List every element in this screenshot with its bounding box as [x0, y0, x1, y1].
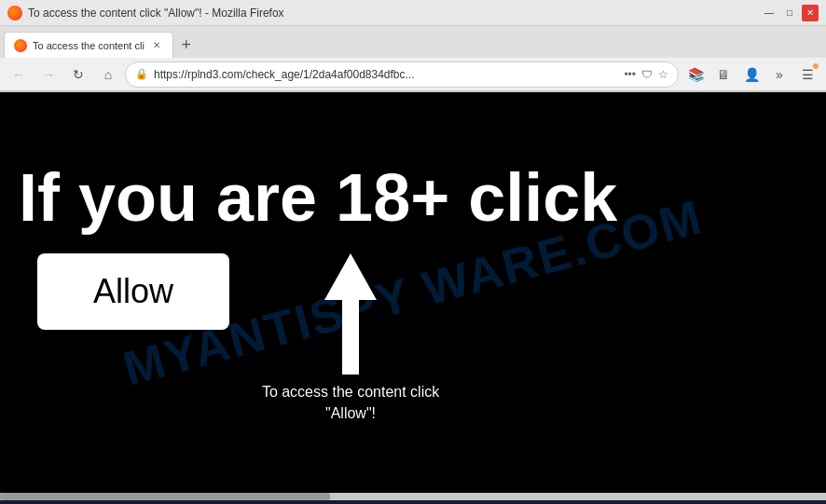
- bookmark-shield-icon[interactable]: 🛡: [641, 68, 653, 81]
- active-tab[interactable]: To access the content cli ✕: [4, 32, 173, 58]
- tab-label: To access the content cli: [33, 40, 145, 51]
- synced-tabs-button[interactable]: 🖥: [710, 61, 737, 88]
- title-bar: To access the content click "Allow"! - M…: [0, 0, 826, 26]
- page-content: MYANTISPY WARE.COM If you are 18+ click …: [0, 92, 826, 493]
- toolbar-right: 📚 🖥 👤 » ☰: [682, 61, 820, 88]
- allow-button[interactable]: Allow: [37, 253, 229, 330]
- window-controls: — □ ✕: [761, 5, 819, 21]
- tab-bar: To access the content cli ✕ +: [0, 26, 826, 58]
- title-bar-left: To access the content click "Allow"! - M…: [7, 6, 284, 20]
- new-tab-button[interactable]: +: [173, 32, 200, 58]
- more-options-icon[interactable]: •••: [624, 68, 636, 81]
- library-button[interactable]: 📚: [682, 61, 709, 88]
- reload-button[interactable]: ↻: [65, 61, 91, 88]
- extensions-button[interactable]: »: [766, 61, 792, 88]
- arrow-callout: To access the content click "Allow"!: [257, 253, 444, 424]
- callout-text: To access the content click "Allow"!: [257, 382, 444, 424]
- firefox-account-button[interactable]: 👤: [738, 61, 764, 88]
- window-title: To access the content click "Allow"! - M…: [28, 7, 284, 20]
- tab-favicon-icon: [14, 39, 27, 52]
- page-headline: If you are 18+ click: [0, 161, 826, 235]
- arrow-head: [324, 253, 377, 300]
- star-bookmark-icon[interactable]: ☆: [658, 68, 668, 81]
- security-icon: 🔒: [135, 68, 148, 80]
- close-button[interactable]: ✕: [802, 5, 819, 21]
- address-icons-right: ••• 🛡 ☆: [624, 68, 668, 81]
- back-button[interactable]: ←: [6, 61, 32, 88]
- scrollbar-thumb[interactable]: [0, 493, 330, 500]
- minimize-button[interactable]: —: [761, 5, 778, 21]
- scrollbar[interactable]: [0, 493, 826, 500]
- address-icons-left: 🔒: [135, 68, 148, 80]
- arrow-shaft: [342, 300, 359, 375]
- firefox-logo-icon: [7, 6, 22, 20]
- nav-bar: ← → ↻ ⌂ 🔒 https://rplnd3.com/check_age/1…: [0, 58, 826, 91]
- forward-button[interactable]: →: [35, 61, 62, 88]
- maximize-button[interactable]: □: [781, 5, 798, 21]
- url-display: https://rplnd3.com/check_age/1/2da4af00d…: [154, 68, 618, 81]
- tab-close-button[interactable]: ✕: [150, 39, 163, 52]
- bottom-section: Allow To access the content click "Allow…: [0, 253, 826, 424]
- home-button[interactable]: ⌂: [95, 61, 121, 88]
- notification-dot: [813, 63, 819, 69]
- arrow-up-icon: [327, 253, 374, 375]
- address-bar[interactable]: 🔒 https://rplnd3.com/check_age/1/2da4af0…: [125, 61, 679, 88]
- menu-notification: ☰: [794, 61, 820, 88]
